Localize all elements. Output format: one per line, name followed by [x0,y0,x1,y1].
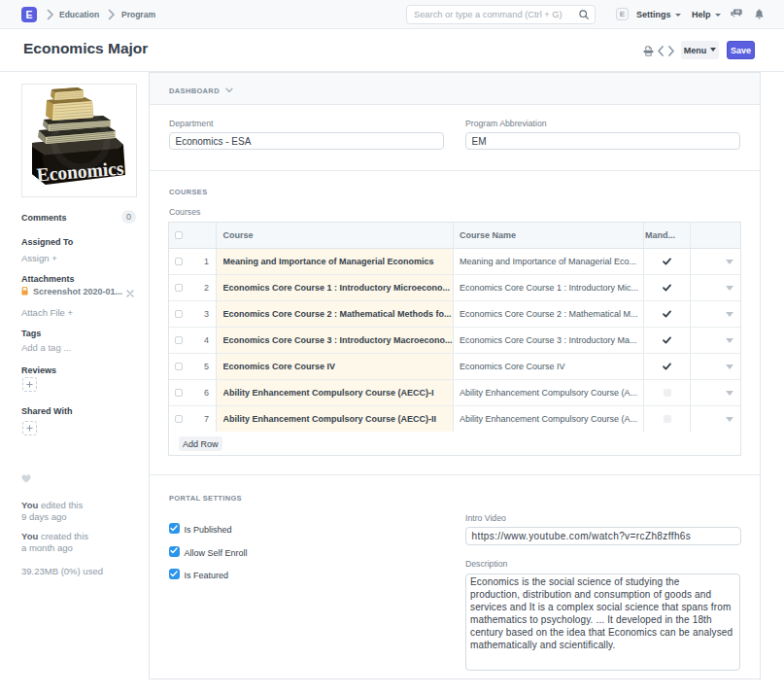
courses-field-label: Courses [169,207,200,217]
mandatory-cell[interactable] [644,406,691,432]
add-tag-link[interactable]: Add a tag ... [21,342,71,353]
mandatory-column-header[interactable]: Mand... [644,223,691,248]
course-cell[interactable]: Ability Enhancement Compulsory Course (A… [217,406,454,432]
course-row[interactable]: 6Ability Enhancement Compulsory Course (… [169,380,740,406]
caret-down-icon [726,286,733,291]
course-cell[interactable]: Economics Core Course 1 : Introductory M… [217,275,454,300]
mandatory-cell[interactable] [644,249,691,274]
row-checkbox[interactable] [175,310,183,318]
disabled-checkbox [664,415,671,423]
caret-down-icon [726,365,733,369]
description-textarea[interactable]: Economics is the social science of study… [465,573,740,671]
print-icon[interactable] [643,46,654,56]
row-checkbox[interactable] [175,336,183,344]
course-cell[interactable]: Economics Core Course 3 : Introductory M… [217,328,454,353]
course-name-cell[interactable]: Economics Core Course 3 : Introductory M… [454,328,644,353]
breadcrumb-education[interactable]: Education [59,10,99,19]
course-cell[interactable]: Meaning and Importance of Managerial Eco… [217,249,454,274]
attach-file-link[interactable]: Attach File + [21,307,73,318]
row-checkbox[interactable] [175,258,183,265]
course-row[interactable]: 2Economics Core Course 1 : Introductory … [169,275,740,301]
row-edit-cell[interactable] [691,380,740,405]
comments-count-badge[interactable]: 0 [121,210,136,224]
intro-video-input[interactable]: https://www.youtube.com/watch?v=rcZh8zff… [465,527,741,545]
course-column-header[interactable]: Course [217,223,454,248]
row-edit-cell[interactable] [691,406,740,432]
course-cell[interactable]: Economics Core Course IV [217,354,454,379]
user-avatar[interactable]: E [616,8,629,20]
like-heart-icon[interactable] [21,474,31,484]
add-share-button[interactable] [22,421,37,435]
edit-column-header [691,223,740,248]
course-cell[interactable]: Economics Core Course 2 : Mathematical M… [217,301,454,327]
chevron-down-icon [675,14,681,17]
menu-button[interactable]: Menu [681,41,719,59]
row-edit-cell[interactable] [691,301,740,327]
course-name-cell[interactable]: Meaning and Importance of Managerial Eco… [454,249,644,274]
save-button[interactable]: Save [727,41,755,59]
global-search[interactable] [406,5,596,24]
breadcrumb-program[interactable]: Program [121,10,155,19]
course-cell[interactable]: Ability Enhancement Compulsory Course (A… [217,380,454,405]
course-row[interactable]: 1Meaning and Importance of Managerial Ec… [169,249,740,275]
row-checkbox[interactable] [175,284,183,292]
row-number: 1 [193,249,217,274]
row-number: 4 [193,328,217,353]
add-row-button[interactable]: Add Row [179,436,222,451]
row-checkbox[interactable] [175,389,183,397]
mandatory-cell[interactable] [644,354,691,379]
department-input[interactable]: Economics - ESA [169,132,444,150]
settings-menu[interactable]: Settings [636,10,681,19]
row-checkbox[interactable] [175,363,183,370]
search-input[interactable] [414,6,581,23]
navbar: E Education Program E Settings Help [0,0,784,29]
app-logo[interactable]: E [21,7,37,22]
checkbox-is-featured[interactable] [169,569,180,579]
next-icon[interactable] [667,46,675,56]
description-label: Description [465,559,507,569]
mandatory-cell[interactable] [644,328,691,353]
row-edit-cell[interactable] [691,354,740,379]
add-review-button[interactable] [22,377,37,392]
caret-down-icon [726,391,733,396]
section-divider [150,474,760,475]
checkbox-is-published[interactable] [169,523,180,534]
dashboard-section-head[interactable]: DASHBOARD [150,73,760,105]
course-row[interactable]: 3Economics Core Course 2 : Mathematical … [169,301,740,328]
row-checkbox[interactable] [175,415,183,423]
mandatory-cell[interactable] [644,301,691,327]
checkbox-allow-self-enroll[interactable] [169,546,180,557]
course-name-cell[interactable]: Economics Core Course IV [454,354,644,379]
row-number: 2 [193,275,217,300]
row-number-header [193,223,217,248]
course-name-cell[interactable]: Economics Core Course 1 : Introductory M… [454,275,644,300]
course-row[interactable]: 5Economics Core Course IVEconomics Core … [169,354,740,380]
caret-down-icon [726,417,733,422]
attachment-item[interactable]: Screenshot 2020-01... [21,287,137,296]
course-name-cell[interactable]: Economics Core Course 2 : Mathematical M… [454,301,644,327]
row-edit-cell[interactable] [691,275,740,300]
select-all-checkbox[interactable] [175,231,183,239]
mandatory-cell[interactable] [644,380,691,405]
row-edit-cell[interactable] [691,328,740,353]
course-name-column-header[interactable]: Course Name [454,223,644,248]
mandatory-cell[interactable] [644,275,691,300]
chat-icon[interactable] [731,9,742,19]
department-label: Department [169,119,213,128]
remove-attachment-icon[interactable] [126,290,134,297]
breadcrumb-chevron-icon [107,9,116,20]
help-menu[interactable]: Help [692,10,721,19]
course-name-cell[interactable]: Ability Enhancement Compulsory Course (A… [454,406,644,432]
program-image[interactable]: Economics [21,84,137,197]
row-edit-cell[interactable] [691,249,740,274]
abbreviation-input[interactable]: EM [465,132,740,150]
course-row[interactable]: 7Ability Enhancement Compulsory Course (… [169,406,740,433]
prev-icon[interactable] [657,46,665,56]
economics-books-image: Economics [22,85,136,196]
course-row[interactable]: 4Economics Core Course 3 : Introductory … [169,328,740,354]
assign-link[interactable]: Assign + [21,253,57,263]
notifications-bell-icon[interactable] [755,9,764,19]
created-info: You created thisa month ago [21,531,88,554]
lock-icon [21,287,28,295]
course-name-cell[interactable]: Ability Enhancement Compulsory Course (A… [454,380,644,405]
